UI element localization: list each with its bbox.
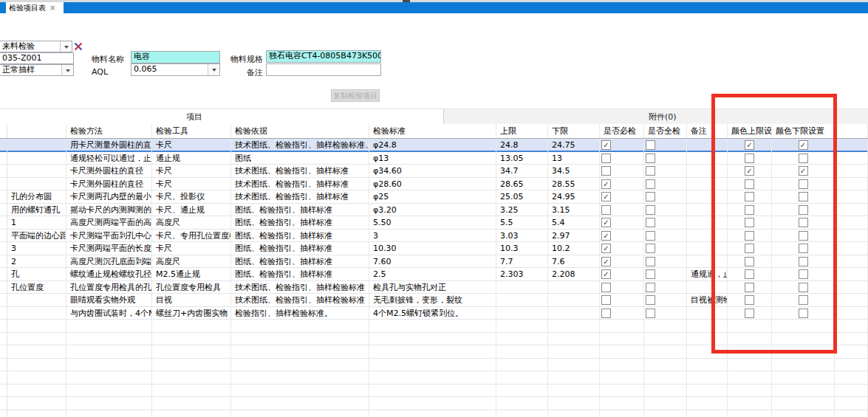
chevron-down-icon[interactable]: [61, 65, 73, 75]
upper-limit-cell[interactable]: 34.7: [496, 165, 548, 178]
col-header-upper-limit[interactable]: 上限: [496, 124, 548, 138]
must-inspect-checkbox[interactable]: [601, 154, 611, 163]
full-inspect-checkbox[interactable]: [646, 154, 655, 163]
empty-row[interactable]: [0, 359, 868, 372]
standard-cell[interactable]: 3: [369, 230, 496, 243]
basis-cell[interactable]: 技术图纸、检验指引、抽样标准: [231, 190, 369, 204]
color-lower-checkbox[interactable]: [799, 218, 808, 227]
basis-cell[interactable]: 图纸: [231, 152, 369, 165]
color-upper-checkbox[interactable]: [745, 244, 754, 253]
method-cell[interactable]: 高度尺测沉孔底面到端平面: [66, 255, 152, 269]
remark-cell[interactable]: 目视被测物，无: [687, 294, 728, 307]
color-lower-checkbox[interactable]: [799, 231, 808, 241]
close-icon[interactable]: ×: [49, 4, 55, 12]
basis-cell[interactable]: 图纸、检验指引、抽样标准: [231, 216, 369, 230]
item-name-cell[interactable]: 1: [7, 216, 66, 230]
upper-limit-cell[interactable]: [496, 294, 548, 307]
basis-cell[interactable]: 图纸、检验指引、抽样标准: [231, 242, 369, 255]
col-header-basis[interactable]: 检验依据: [231, 124, 369, 138]
upper-limit-cell[interactable]: 24.8: [496, 139, 548, 152]
method-cell[interactable]: 卡尺测两孔内壁的最小长度: [66, 190, 152, 204]
standard-cell[interactable]: φ34.60: [369, 165, 496, 178]
table-row[interactable]: 卡尺测外圆柱的直径卡尺技术图纸、检验指引、抽样标准φ28.6028.6528.5…: [0, 178, 868, 191]
lower-limit-cell[interactable]: 5.4: [548, 216, 600, 230]
lower-limit-cell[interactable]: 28.55: [548, 178, 600, 191]
remark-cell[interactable]: [687, 281, 728, 294]
tool-cell[interactable]: 卡尺: [152, 178, 231, 191]
color-upper-checkbox[interactable]: [745, 218, 754, 227]
table-row[interactable]: 用卡尺测量外圆柱的直径卡尺技术图纸、检验指引、抽样检验标准、φ24.824.82…: [0, 139, 868, 152]
remark-cell[interactable]: [687, 230, 728, 243]
standard-cell[interactable]: 7.60: [369, 255, 496, 269]
full-inspect-checkbox[interactable]: [646, 295, 655, 305]
color-lower-checkbox[interactable]: [799, 257, 808, 266]
upper-limit-cell[interactable]: 7.7: [496, 255, 548, 269]
item-name-cell[interactable]: 用的螺钉通孔: [7, 204, 66, 217]
full-inspect-checkbox[interactable]: [646, 309, 655, 318]
full-inspect-checkbox[interactable]: [646, 218, 655, 227]
method-cell[interactable]: 高度尺测两端平面的高度或: [66, 216, 152, 230]
lower-limit-cell[interactable]: [548, 281, 600, 294]
aql-select[interactable]: 0.065: [131, 63, 220, 76]
empty-row[interactable]: [0, 410, 868, 417]
method-cell[interactable]: 通规轻松可以通过，止规不能通过: [66, 152, 152, 165]
standard-cell[interactable]: φ3.20: [369, 204, 496, 217]
basis-cell[interactable]: 技术图纸、检验指引、抽样检验标准: [231, 281, 369, 294]
color-lower-checkbox[interactable]: [799, 283, 808, 292]
color-lower-checkbox[interactable]: [799, 179, 808, 189]
color-lower-checkbox[interactable]: [799, 192, 808, 201]
method-cell[interactable]: 孔位置度专用检具的孔与实物: [66, 281, 152, 294]
upper-limit-cell[interactable]: [496, 281, 548, 294]
material-code-field[interactable]: 035-Z001: [0, 52, 74, 64]
remark-cell[interactable]: [687, 242, 728, 255]
method-cell[interactable]: 卡尺测外圆柱的直径: [66, 165, 152, 178]
item-name-cell[interactable]: [7, 307, 66, 320]
full-inspect-checkbox[interactable]: [646, 179, 655, 189]
table-row[interactable]: 通规轻松可以通过，止规不能通过通止规图纸φ1313.0513: [0, 152, 868, 165]
basis-cell[interactable]: 图纸、检验指引、抽样标准: [231, 255, 369, 269]
standard-cell[interactable]: 4个M2.5螺钉锁紧到位。: [369, 307, 496, 320]
basis-cell[interactable]: 图纸、检验指引、抽样标准: [231, 268, 369, 281]
standard-cell[interactable]: φ24.8: [369, 139, 496, 152]
basis-cell[interactable]: 技术图纸、检验指引、抽样检验标准: [231, 294, 369, 307]
lower-limit-cell[interactable]: 2.97: [548, 230, 600, 243]
chevron-down-icon[interactable]: [60, 41, 72, 52]
spec-field[interactable]: 独石电容CT4-0805B473K500F3绿: [266, 50, 381, 63]
upper-limit-cell[interactable]: 10.3: [496, 242, 548, 255]
upper-limit-cell[interactable]: [496, 307, 548, 320]
sampling-type-select[interactable]: 正常抽样: [0, 64, 74, 76]
method-cell[interactable]: 用卡尺测量外圆柱的直径: [66, 139, 152, 152]
lower-limit-cell[interactable]: 34.5: [548, 165, 600, 178]
must-inspect-checkbox[interactable]: ✓: [601, 218, 611, 227]
table-row[interactable]: 眼睛观看实物外观目视技术图纸、检验指引、抽样检验标准无毛刺披锋，变形，裂纹目视被…: [0, 294, 868, 307]
lower-limit-cell[interactable]: 24.95: [548, 190, 600, 204]
color-lower-checkbox[interactable]: ✓: [799, 140, 808, 150]
table-row[interactable]: 与内齿圈试装时，4个M2.5螺螺丝刀+内齿圈实物检验指引、抽样检验标准。4个M2…: [0, 307, 868, 320]
must-inspect-checkbox[interactable]: [601, 283, 611, 292]
color-lower-checkbox[interactable]: [799, 244, 808, 253]
empty-row[interactable]: [0, 397, 868, 410]
color-lower-checkbox[interactable]: [799, 154, 808, 163]
table-row[interactable]: 平面端的边心距。卡尺测端平面到孔中心的长卡尺、专用孔位置度检具。图纸、检验指引、…: [0, 230, 868, 243]
must-inspect-checkbox[interactable]: ✓: [601, 140, 611, 150]
tool-cell[interactable]: 目视: [152, 294, 231, 307]
tool-cell[interactable]: 卡尺: [152, 139, 231, 152]
table-row[interactable]: 用的螺钉通孔摇动卡尺的内测脚测的直径卡尺、通止规图纸、检验指引、抽样标准φ3.2…: [0, 204, 868, 217]
tool-cell[interactable]: 卡尺、投影仪: [152, 190, 231, 204]
lower-limit-cell[interactable]: 13: [548, 152, 600, 165]
remark-cell[interactable]: [687, 255, 728, 269]
tool-cell[interactable]: 卡尺、通止规: [152, 204, 231, 217]
table-row[interactable]: 2高度尺测沉孔底面到端平面高度尺图纸、检验指引、抽样标准7.607.77.6✓: [0, 255, 868, 269]
standard-cell[interactable]: 2.5: [369, 268, 496, 281]
upper-limit-cell[interactable]: 5.5: [496, 216, 548, 230]
remark-cell[interactable]: [687, 139, 728, 152]
color-upper-checkbox[interactable]: ✓: [745, 166, 754, 176]
full-inspect-checkbox[interactable]: [646, 192, 655, 201]
method-cell[interactable]: 卡尺测两端平面的长度: [66, 242, 152, 255]
lower-limit-cell[interactable]: 7.6: [548, 255, 600, 269]
method-cell[interactable]: 卡尺测外圆柱的直径: [66, 178, 152, 191]
color-lower-checkbox[interactable]: [799, 269, 808, 279]
empty-row[interactable]: [0, 345, 868, 359]
col-header-must-inspect[interactable]: 是否必检: [600, 124, 644, 138]
upper-limit-cell[interactable]: 25.05: [496, 190, 548, 204]
